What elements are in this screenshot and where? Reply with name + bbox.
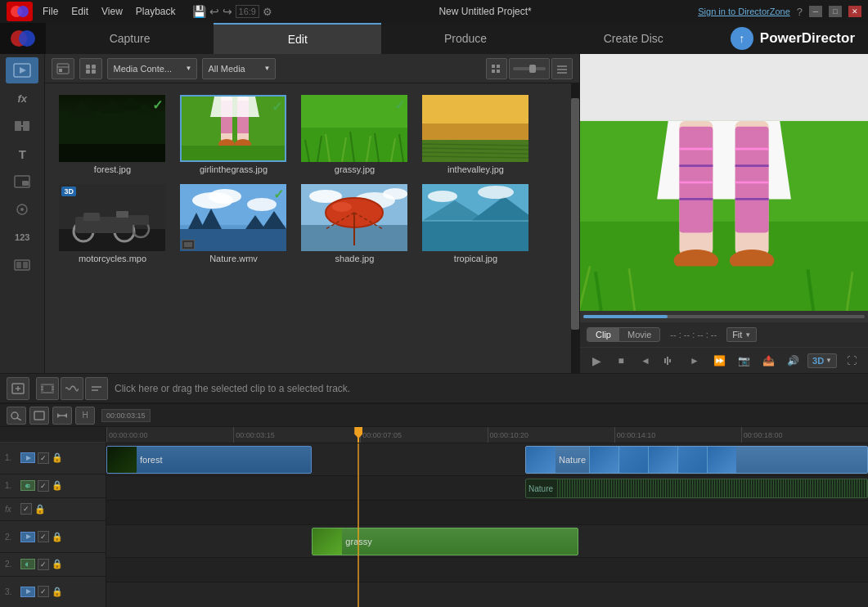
- wave-btn[interactable]: [61, 377, 83, 400]
- track-2-checkbox[interactable]: ✓: [38, 531, 49, 542]
- toolbar-icons: 💾 ↩ ↪ 16:9 ⚙: [192, 5, 272, 18]
- tab-edit[interactable]: Edit: [214, 23, 381, 54]
- undo-icon[interactable]: ↩: [209, 5, 219, 18]
- ruler-mark-3: 00:00:10:20: [488, 427, 614, 443]
- grid-view-btn[interactable]: [486, 58, 507, 79]
- clip-forest[interactable]: forest: [106, 446, 312, 474]
- tab-capture[interactable]: Capture: [46, 23, 214, 54]
- clip-grassy[interactable]: grassy: [312, 528, 578, 555]
- sidebar-icon-titles[interactable]: T: [6, 141, 38, 167]
- svg-rect-24: [492, 65, 495, 68]
- media-item-forest[interactable]: ✓ forest.jpg: [52, 90, 173, 179]
- sidebar-icon-slideshow[interactable]: [6, 252, 38, 278]
- timeline-tool-3[interactable]: [52, 407, 72, 425]
- fit-selector[interactable]: Fit ▼: [726, 327, 757, 342]
- track-2a-lock[interactable]: 🔒: [52, 559, 63, 569]
- svg-marker-157: [26, 534, 31, 539]
- sidebar-icon-transitions[interactable]: [6, 113, 38, 139]
- 3d-toggle[interactable]: 3D ▼: [807, 353, 837, 368]
- track-3-lock[interactable]: 🔒: [52, 587, 63, 597]
- svg-rect-138: [41, 384, 43, 393]
- track-1a-checkbox[interactable]: ✓: [38, 480, 49, 492]
- ruler-mark-4: 00:00:14:10: [614, 427, 741, 443]
- minimize-btn[interactable]: ─: [809, 6, 822, 17]
- clip-nature-audio[interactable]: Nature: [525, 479, 868, 498]
- stop-btn[interactable]: ■: [611, 351, 631, 371]
- media-toolbar: Media Conte... ▼ All Media ▼: [45, 54, 579, 83]
- media-item-nature[interactable]: ✓ Nature.wmv: [173, 179, 294, 268]
- sidebar-icon-pip[interactable]: [6, 169, 38, 195]
- svg-rect-155: [28, 484, 29, 487]
- track-row-2-video: grassy: [106, 525, 868, 558]
- media-item-shade[interactable]: shade.jpg: [294, 179, 415, 268]
- film-btn[interactable]: [36, 377, 59, 400]
- track-fx-checkbox[interactable]: ✓: [20, 503, 32, 515]
- track-video-icon: [20, 452, 35, 463]
- maximize-btn[interactable]: □: [829, 6, 842, 17]
- timeline-tool-2[interactable]: [29, 407, 49, 425]
- svg-rect-133: [669, 359, 671, 362]
- puzzle-btn[interactable]: [79, 58, 102, 79]
- close-btn[interactable]: ✕: [848, 6, 861, 17]
- track-2a-checkbox[interactable]: ✓: [38, 559, 49, 570]
- size-slider-area[interactable]: [509, 58, 550, 79]
- save-icon[interactable]: 💾: [192, 5, 206, 18]
- smart-package-btn[interactable]: [52, 58, 74, 79]
- svg-rect-60: [422, 95, 528, 128]
- track-label-3-video: 3. ✓ 🔒: [0, 577, 106, 607]
- media-item-valley[interactable]: inthevalley.jpg: [415, 90, 536, 179]
- nav-tabs: Capture Edit Produce Create Disc ↑ Power…: [0, 23, 868, 54]
- timeline-tool-1[interactable]: [7, 407, 26, 425]
- audio-level-btn[interactable]: [660, 351, 680, 371]
- add-media-btn[interactable]: [7, 377, 29, 400]
- media-item-girl[interactable]: ✓ girlinthegrass.jpg: [173, 90, 294, 179]
- playback-controls: ▶ ■ ◄ ► ⏩ 📷 📤 🔊 3D ▼ ⛶: [580, 347, 868, 373]
- preview-scrubber[interactable]: [580, 311, 868, 322]
- menu-file[interactable]: File: [43, 6, 58, 17]
- track-fx-lock[interactable]: 🔒: [34, 504, 46, 515]
- track-1-checkbox[interactable]: ✓: [38, 452, 49, 464]
- media-item-moto[interactable]: 3D motorcycles.mpo: [52, 179, 173, 268]
- sign-in-link[interactable]: Sign in to DirectorZone: [698, 7, 790, 16]
- audio-btn[interactable]: 🔊: [783, 351, 803, 371]
- svg-rect-8: [23, 121, 29, 131]
- help-icon[interactable]: ?: [797, 6, 803, 18]
- sidebar-icon-media[interactable]: [6, 57, 38, 83]
- settings-icon[interactable]: ⚙: [263, 6, 272, 18]
- redo-icon[interactable]: ↪: [223, 5, 232, 18]
- fullscreen-btn[interactable]: ⛶: [842, 351, 861, 371]
- media-item-grassy[interactable]: ✓ grassy.jpg: [294, 90, 415, 179]
- media-filter-dropdown[interactable]: All Media ▼: [202, 58, 276, 79]
- track-video-icon-2: [20, 532, 35, 542]
- tab-produce[interactable]: Produce: [381, 23, 549, 54]
- sidebar-icon-audio[interactable]: [6, 196, 38, 223]
- sidebar-icon-chapters[interactable]: 123: [6, 224, 38, 250]
- menu-edit[interactable]: Edit: [71, 6, 88, 17]
- track-row-1-video: forest Nature: [106, 443, 868, 476]
- clip-nature[interactable]: Nature: [525, 446, 868, 474]
- list-view-btn[interactable]: [551, 58, 573, 79]
- track-2-lock[interactable]: 🔒: [52, 532, 63, 542]
- prev-frame-btn[interactable]: ◄: [636, 351, 655, 371]
- playhead-marker[interactable]: [358, 427, 359, 443]
- fast-forward-btn[interactable]: ⏩: [709, 351, 729, 371]
- content-dropdown[interactable]: Media Conte... ▼: [107, 58, 197, 79]
- tab-create-disc[interactable]: Create Disc: [550, 23, 717, 54]
- clip-nature-label: Nature: [555, 455, 589, 465]
- clip-tab[interactable]: Clip: [587, 328, 619, 341]
- movie-tab[interactable]: Movie: [619, 328, 659, 341]
- track-1-lock[interactable]: 🔒: [52, 452, 63, 463]
- track-3-checkbox[interactable]: ✓: [38, 586, 49, 597]
- menu-view[interactable]: View: [101, 6, 123, 17]
- media-item-tropical[interactable]: tropical.jpg: [415, 179, 536, 268]
- menu-playback[interactable]: Playback: [136, 6, 176, 17]
- play-btn[interactable]: ▶: [587, 351, 606, 371]
- svg-point-79: [209, 189, 241, 204]
- snapshot-btn[interactable]: 📷: [734, 351, 753, 371]
- sidebar-icon-fx[interactable]: fx: [6, 85, 38, 111]
- timeline-tool-4[interactable]: H: [75, 407, 95, 425]
- output-btn[interactable]: 📤: [758, 351, 778, 371]
- track-1a-lock[interactable]: 🔒: [52, 480, 63, 491]
- subtitle-btn[interactable]: [85, 377, 108, 400]
- next-frame-btn[interactable]: ►: [685, 351, 704, 371]
